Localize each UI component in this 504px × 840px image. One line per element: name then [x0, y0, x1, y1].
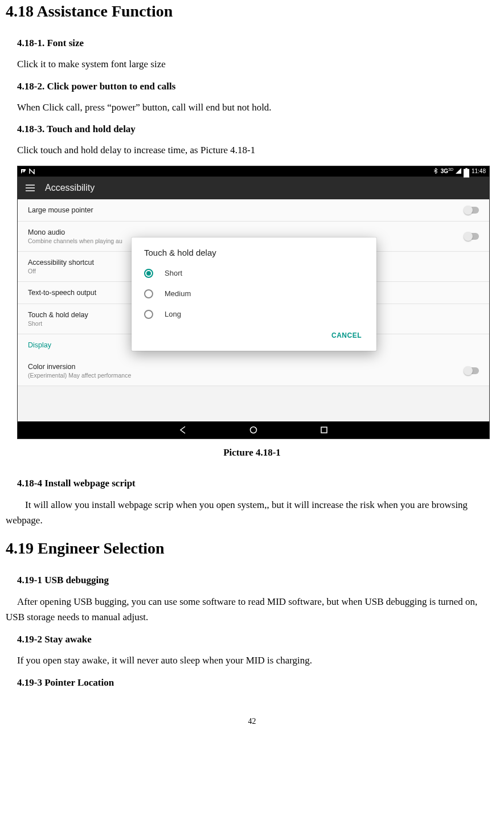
- app-bar-title: Accessibility: [45, 183, 95, 193]
- home-icon[interactable]: [249, 426, 257, 434]
- setting-color-inversion[interactable]: Color inversion (Experimental) May affec…: [18, 356, 489, 386]
- radio-selected-icon: [144, 269, 153, 278]
- signal-icon: [456, 168, 461, 174]
- svg-point-1: [22, 170, 23, 171]
- cancel-button[interactable]: CANCEL: [327, 328, 366, 343]
- paragraph: Click it to make system font large size: [17, 57, 498, 72]
- svg-rect-2: [464, 169, 469, 178]
- heading-4-18: 4.18 Assistance Function: [6, 2, 498, 21]
- subheading-4-19-3: 4.19-3 Pointer Location: [17, 677, 498, 689]
- subheading-4-19-2: 4.19-2 Stay awake: [17, 634, 498, 645]
- setting-label: Accessibility shortcut: [28, 259, 94, 267]
- status-time: 11:48: [472, 168, 486, 174]
- page-number: 42: [6, 717, 498, 726]
- subheading-4-18-4: 4.18-4 Install webpage script: [17, 478, 498, 489]
- svg-point-4: [251, 427, 257, 433]
- setting-large-mouse-pointer[interactable]: Large mouse pointer: [18, 199, 489, 222]
- menu-icon[interactable]: [26, 185, 35, 191]
- figure-caption: Picture 4.18-1: [6, 447, 498, 458]
- subheading-4-18-3: 4.18-3. Touch and hold delay: [17, 124, 498, 135]
- paragraph: When Click call, press “power” button, c…: [17, 100, 498, 115]
- dialog-option-label: Long: [165, 310, 181, 318]
- overview-icon[interactable]: [320, 426, 328, 434]
- dialog-option-medium[interactable]: Medium: [132, 284, 376, 304]
- toggle-switch[interactable]: [464, 367, 479, 374]
- setting-sublabel: Combine channels when playing au: [28, 237, 122, 244]
- paragraph: After opening USB bugging, you can use s…: [6, 594, 498, 625]
- dialog-title: Touch & hold delay: [132, 248, 376, 263]
- navigation-bar: [18, 421, 489, 439]
- setting-sublabel: Off: [28, 268, 94, 274]
- n-icon: [29, 169, 35, 174]
- android-screenshot: 3G3D 11:48 Accessibility Large mouse poi…: [17, 166, 490, 439]
- setting-label: Large mouse pointer: [28, 206, 93, 214]
- dialog-option-label: Short: [165, 269, 182, 277]
- toggle-switch[interactable]: [464, 233, 479, 240]
- radio-icon: [144, 310, 153, 319]
- heading-4-19: 4.19 Engineer Selection: [6, 539, 498, 558]
- app-bar: Accessibility: [18, 177, 489, 199]
- bluetooth-icon: [433, 168, 439, 174]
- back-icon[interactable]: [179, 426, 187, 434]
- dialog-option-short[interactable]: Short: [132, 263, 376, 284]
- dialog-actions: CANCEL: [132, 325, 376, 346]
- status-bar: 3G3D 11:48: [18, 166, 489, 177]
- dialog-option-label: Medium: [165, 289, 191, 298]
- battery-icon: [464, 168, 469, 174]
- subheading-4-19-1: 4.19-1 USB debugging: [17, 575, 498, 586]
- toggle-switch[interactable]: [464, 207, 479, 214]
- status-network: 3G3D: [441, 167, 453, 174]
- setting-label: Text-to-speech output: [28, 289, 96, 297]
- setting-label: Touch & hold delay: [28, 311, 88, 319]
- radio-icon: [144, 289, 153, 298]
- subheading-4-18-1: 4.18-1. Font size: [17, 38, 498, 49]
- section-header-label: Display: [28, 341, 51, 349]
- setting-label: Color inversion: [28, 363, 131, 371]
- svg-rect-3: [465, 168, 467, 169]
- paragraph: It will allow you install webpage scrip …: [6, 497, 498, 528]
- paragraph: If you open stay awake, it will never au…: [17, 653, 498, 668]
- setting-sublabel: (Experimental) May affect performance: [28, 372, 131, 379]
- dialog-option-long[interactable]: Long: [132, 304, 376, 325]
- paragraph: Click touch and hold delay to increase t…: [17, 143, 498, 158]
- setting-sublabel: Short: [28, 320, 88, 327]
- setting-label: Mono audio: [28, 228, 122, 236]
- subheading-4-18-2: 4.18-2. Click power button to end calls: [17, 81, 498, 92]
- photo-icon: [21, 169, 27, 174]
- svg-rect-5: [321, 427, 327, 433]
- touch-hold-delay-dialog: Touch & hold delay Short Medium Long CAN…: [132, 237, 376, 351]
